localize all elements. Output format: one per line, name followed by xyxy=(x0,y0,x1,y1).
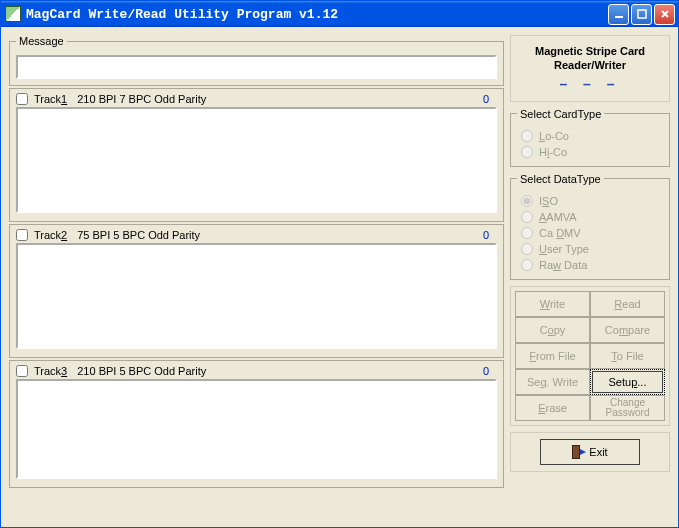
datatype-usertype[interactable]: User Type xyxy=(521,243,659,255)
exit-button[interactable]: Exit xyxy=(540,439,640,465)
minimize-button[interactable] xyxy=(608,4,629,25)
cardtype-group: Select CardType Lo-Co Hi-Co xyxy=(510,108,670,167)
titlebar: MagCard Write/Read Utility Program v1.12 xyxy=(1,1,678,27)
track1-label: Track1 xyxy=(34,93,67,105)
datatype-aamva-radio[interactable] xyxy=(521,211,533,223)
maximize-button[interactable] xyxy=(631,4,652,25)
track2-group: Track2 75 BPI 5 BPC Odd Parity 0 xyxy=(9,224,504,358)
brand-line2: Reader/Writer xyxy=(515,58,665,72)
track1-info: 210 BPI 7 BPC Odd Parity xyxy=(77,93,206,105)
track3-info: 210 BPI 5 BPC Odd Parity xyxy=(77,365,206,377)
from-file-button[interactable]: From File xyxy=(515,343,590,369)
to-file-button[interactable]: To File xyxy=(590,343,665,369)
compare-button[interactable]: Compare xyxy=(590,317,665,343)
maximize-icon xyxy=(637,9,647,19)
cardtype-hico-radio[interactable] xyxy=(521,146,533,158)
track1-count: 0 xyxy=(483,93,489,105)
app-window: MagCard Write/Read Utility Program v1.12… xyxy=(0,0,679,528)
track3-group: Track3 210 BPI 5 BPC Odd Parity 0 xyxy=(9,360,504,488)
cardtype-loco[interactable]: Lo-Co xyxy=(521,130,659,142)
track1-header: Track1 210 BPI 7 BPC Odd Parity 0 xyxy=(16,93,497,105)
read-button[interactable]: Read xyxy=(590,291,665,317)
client-area: Message Track1 210 BPI 7 BPC Odd Parity … xyxy=(1,27,678,527)
erase-button[interactable]: Erase xyxy=(515,395,590,421)
exit-icon xyxy=(572,445,584,459)
window-title: MagCard Write/Read Utility Program v1.12 xyxy=(26,7,608,22)
button-grid: Write Read Copy Compare From File To Fil… xyxy=(510,286,670,426)
datatype-aamva[interactable]: AAMVA xyxy=(521,211,659,223)
track3-checkbox[interactable] xyxy=(16,365,28,377)
track2-info: 75 BPI 5 BPC Odd Parity xyxy=(77,229,200,241)
app-icon xyxy=(5,6,21,22)
svg-rect-1 xyxy=(638,10,646,18)
brand-line1: Magnetic Stripe Card xyxy=(515,44,665,58)
svg-rect-0 xyxy=(615,16,623,18)
track3-header: Track3 210 BPI 5 BPC Odd Parity 0 xyxy=(16,365,497,377)
change-password-button[interactable]: ChangePassword xyxy=(590,395,665,421)
track2-textarea[interactable] xyxy=(16,243,497,349)
copy-button[interactable]: Copy xyxy=(515,317,590,343)
datatype-rawdata[interactable]: Raw Data xyxy=(521,259,659,271)
track3-label: Track3 xyxy=(34,365,67,377)
track1-checkbox[interactable] xyxy=(16,93,28,105)
message-input[interactable] xyxy=(16,55,497,79)
close-button[interactable] xyxy=(654,4,675,25)
brand-box: Magnetic Stripe Card Reader/Writer – – – xyxy=(510,35,670,102)
cardtype-hico[interactable]: Hi-Co xyxy=(521,146,659,158)
cardtype-loco-radio[interactable] xyxy=(521,130,533,142)
datatype-iso-radio[interactable] xyxy=(521,195,533,207)
left-column: Message Track1 210 BPI 7 BPC Odd Parity … xyxy=(9,35,504,519)
track3-count: 0 xyxy=(483,365,489,377)
brand-dashes: – – – xyxy=(515,75,665,93)
track2-count: 0 xyxy=(483,229,489,241)
datatype-usertype-radio[interactable] xyxy=(521,243,533,255)
close-icon xyxy=(660,9,670,19)
message-legend: Message xyxy=(16,35,67,47)
write-button[interactable]: Write xyxy=(515,291,590,317)
datatype-legend: Select DataType xyxy=(517,173,604,185)
minimize-icon xyxy=(614,9,624,19)
window-buttons xyxy=(608,4,675,25)
datatype-group: Select DataType ISO AAMVA Ca DMV xyxy=(510,173,670,280)
track2-checkbox[interactable] xyxy=(16,229,28,241)
track3-textarea[interactable] xyxy=(16,379,497,479)
message-group: Message xyxy=(9,35,504,86)
seq-write-button[interactable]: Seq. Write xyxy=(515,369,590,395)
right-column: Magnetic Stripe Card Reader/Writer – – –… xyxy=(510,35,670,519)
datatype-iso[interactable]: ISO xyxy=(521,195,659,207)
track2-label: Track2 xyxy=(34,229,67,241)
cardtype-legend: Select CardType xyxy=(517,108,604,120)
datatype-rawdata-radio[interactable] xyxy=(521,259,533,271)
track1-group: Track1 210 BPI 7 BPC Odd Parity 0 xyxy=(9,88,504,222)
track1-textarea[interactable] xyxy=(16,107,497,213)
setup-button[interactable]: Setup... xyxy=(590,369,665,395)
datatype-cadmv-radio[interactable] xyxy=(521,227,533,239)
datatype-cadmv[interactable]: Ca DMV xyxy=(521,227,659,239)
track2-header: Track2 75 BPI 5 BPC Odd Parity 0 xyxy=(16,229,497,241)
exit-row: Exit xyxy=(510,432,670,472)
